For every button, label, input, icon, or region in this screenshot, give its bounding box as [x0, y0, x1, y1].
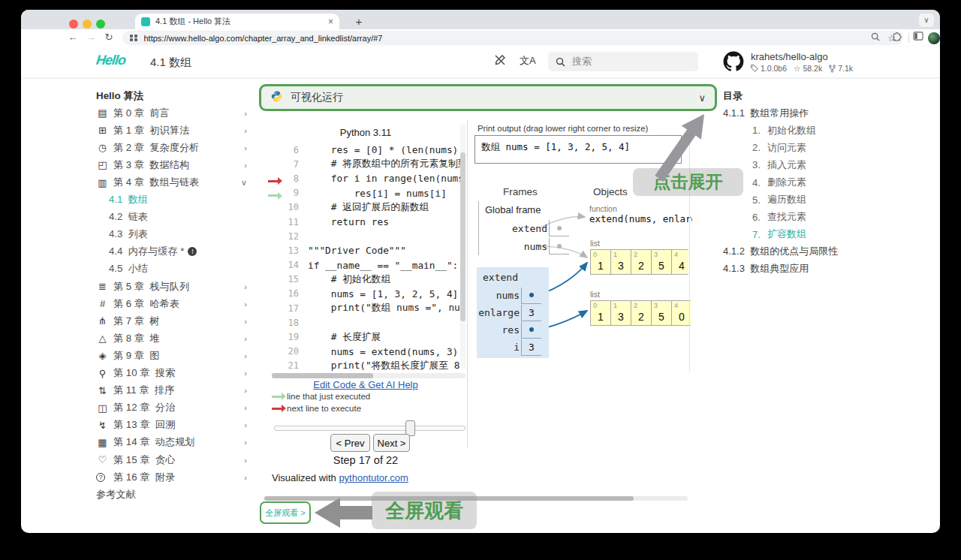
list-cell: 35 [651, 300, 672, 326]
tab-search-icon[interactable]: ∨ [919, 14, 934, 27]
sidebar-chapter[interactable]: ?第 16 章 附录› [96, 468, 250, 486]
back-button[interactable]: ← [66, 32, 80, 43]
hash-icon: # [96, 298, 109, 309]
global-frame-title: Global frame [485, 201, 569, 219]
sidebar-chapter[interactable]: ◷第 2 章 复杂度分析› [96, 139, 250, 156]
list-cell: 22 [631, 300, 652, 326]
browser-tab[interactable]: 4.1 数组 - Hello 算法 × [135, 14, 339, 29]
extensions-icon[interactable] [892, 32, 902, 44]
code-line: 6 res = [0] * (len(nums) [264, 143, 465, 157]
address-bar[interactable]: https://www.hello-algo.com/chapter_array… [122, 31, 903, 45]
sidebar-chapter[interactable]: ▥第 4 章 数组与链表∨ [96, 173, 250, 191]
sidebar-chapter[interactable]: ⚲第 10 章 搜索› [96, 365, 250, 382]
star-icon: ☆ [794, 64, 800, 73]
profile-avatar[interactable] [928, 32, 940, 44]
chevron-right-icon: › [244, 126, 247, 135]
chevron-right-icon: › [244, 109, 247, 118]
zoom-page-icon[interactable] [871, 32, 880, 44]
sidebar-chapter[interactable]: #第 6 章 哈希表› [96, 295, 250, 312]
toc-item[interactable]: 4.删除元素 [723, 173, 884, 191]
zoom-window-button[interactable] [96, 20, 105, 29]
toc-item-active[interactable]: 7.扩容数组 [723, 226, 884, 243]
step-slider[interactable] [274, 426, 465, 431]
hourglass-icon: ◷ [96, 142, 109, 153]
edit-code-link[interactable]: Edit Code & Get AI Help [313, 379, 417, 390]
sidebar-chapter[interactable]: △第 8 章 堆› [96, 330, 250, 347]
toc-item[interactable]: 5.遍历数组 [723, 191, 884, 209]
sidebar-item[interactable]: 4.5 小结 [96, 260, 250, 278]
list-object-res: list 0113223540 [590, 290, 691, 326]
dp-icon: ▦ [96, 437, 109, 448]
sidebar-chapter[interactable]: ▦第 14 章 动态规划› [96, 434, 250, 451]
list-cell: 40 [671, 300, 691, 326]
github-octocat-icon[interactable] [723, 51, 744, 75]
frame-var-i: i3 [483, 339, 549, 356]
code-horizontal-scrollbar-thumb[interactable] [272, 373, 373, 378]
status-badge: ! [188, 247, 197, 256]
next-button[interactable]: Next > [373, 434, 410, 452]
sidebar-item-active[interactable]: 4.1 数组 [96, 191, 250, 209]
minimize-window-button[interactable] [83, 20, 92, 29]
toc-item[interactable]: 3.插入元素 [723, 156, 884, 173]
chevron-right-icon: › [244, 300, 247, 309]
edit-toggle-icon[interactable] [494, 54, 506, 68]
site-favicon [141, 17, 150, 26]
site-logo[interactable]: Hello [95, 53, 126, 68]
pythontutor-link[interactable]: pythontutor.com [339, 472, 408, 483]
tab-close-icon[interactable]: × [328, 17, 333, 27]
chevron-right-icon: › [244, 456, 247, 465]
code-line: 13"""Driver Code""" [264, 243, 465, 257]
list-cell: 13 [610, 300, 631, 326]
browser-toolbar: ← → ↻ https://www.hello-algo.com/chapter… [21, 29, 940, 47]
sidebar-chapter[interactable]: ≣第 5 章 栈与队列› [96, 278, 250, 295]
chevron-right-icon: › [244, 143, 247, 152]
code-vertical-scrollbar-thumb[interactable] [460, 152, 465, 321]
new-tab-button[interactable]: + [351, 14, 366, 29]
red-arrow-icon [272, 408, 282, 410]
chevron-right-icon: › [244, 369, 247, 378]
reload-button[interactable]: ↻ [102, 32, 116, 43]
function-object: function extend(nums, enlarg [589, 204, 692, 224]
frame-var-extend: extend [485, 219, 569, 237]
prev-button[interactable]: < Prev [330, 434, 370, 452]
toc-item[interactable]: 2.访问元素 [723, 139, 884, 156]
sidebar-item[interactable]: 4.3 列表 [96, 226, 250, 243]
pointer-dot [529, 293, 534, 297]
repo-name[interactable]: krahets/hello-algo [751, 51, 828, 62]
sidebar-item-references[interactable]: 参考文献 [96, 486, 250, 503]
sidebar-chapter[interactable]: ⋔第 7 章 树› [96, 312, 250, 330]
sidebar-chapter[interactable]: ⊞第 1 章 初识算法› [96, 122, 250, 139]
sidebar-chapter[interactable]: ▤第 0 章 前言› [96, 104, 250, 122]
code-line: 7 # 将原数组中的所有元素复制到 [264, 157, 465, 171]
close-window-button[interactable] [69, 20, 78, 29]
sidebar-chapter[interactable]: ◰第 3 章 数据结构› [96, 156, 250, 173]
frame-var-res: res [483, 321, 549, 339]
sidebar-item[interactable]: 4.4 内存与缓存 *! [96, 243, 250, 260]
tab-strip: 4.1 数组 - Hello 算法 × + ∨ [21, 10, 940, 29]
annotation-arrow-up-icon [646, 105, 713, 188]
sidebar-chapter[interactable]: ⇅第 11 章 排序› [96, 382, 250, 399]
toc-item[interactable]: 4.1.3 数组典型应用 [723, 260, 884, 278]
toc-item[interactable]: 1.初始化数组 [723, 122, 884, 139]
code-line: 10 # 返回扩展后的新数组 [264, 200, 465, 215]
sidebar-chapter[interactable]: ◫第 12 章 分治› [96, 399, 250, 417]
blocks-icon: ◰ [96, 159, 109, 170]
sidebar-chapter[interactable]: ♡第 15 章 贪心› [96, 451, 250, 468]
toc-item[interactable]: 6.查找元素 [723, 209, 884, 226]
translate-icon[interactable]: 文A [520, 54, 536, 68]
code-line: 18 [264, 315, 465, 330]
sidebar-chapter[interactable]: ↯第 13 章 回溯› [96, 417, 250, 434]
side-panel-icon[interactable] [913, 32, 923, 43]
toc-item[interactable]: 4.1.2 数组的优点与局限性 [723, 243, 884, 260]
sidebar-chapter[interactable]: ◈第 9 章 图› [96, 347, 250, 364]
tab-title: 4.1 数组 - Hello 算法 [155, 16, 324, 27]
fullscreen-link[interactable]: 全屏观看 > [260, 501, 311, 524]
legend-next-line: next line to execute [272, 404, 361, 413]
toolbar-divider [908, 33, 909, 43]
tab-group-icon [130, 35, 137, 42]
toc-item[interactable]: 4.1.1 数组常用操作 [723, 104, 884, 122]
search-input[interactable]: 搜索 [548, 52, 698, 71]
forward-button[interactable]: → [84, 32, 98, 43]
green-arrow-icon [272, 396, 282, 398]
sidebar-item[interactable]: 4.2 链表 [96, 209, 250, 226]
